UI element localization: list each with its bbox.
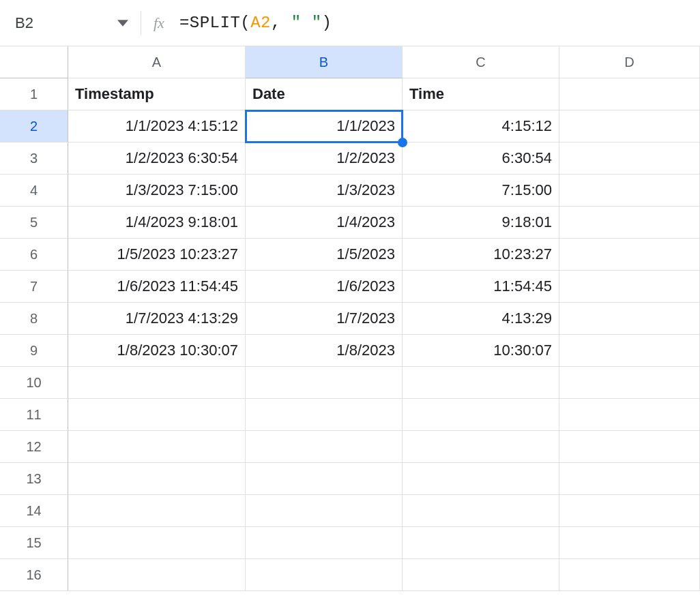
cell-B1[interactable]: Date — [246, 78, 403, 110]
cell-C11[interactable] — [403, 399, 559, 431]
cell-A11[interactable] — [68, 399, 246, 431]
cell-C8[interactable]: 4:13:29 — [403, 303, 559, 335]
cell-C6[interactable]: 10:23:27 — [403, 239, 559, 271]
column-header-D[interactable]: D — [559, 46, 700, 78]
cell-D7[interactable] — [559, 271, 700, 303]
cell-B6[interactable]: 1/5/2023 — [246, 239, 403, 271]
cell-D6[interactable] — [559, 239, 700, 271]
cell-A8[interactable]: 1/7/2023 4:13:29 — [68, 303, 246, 335]
cell-B10[interactable] — [246, 367, 403, 399]
formula-input[interactable]: =SPLIT(A2, " ") — [179, 14, 332, 32]
cell-B15[interactable] — [246, 527, 403, 559]
cell-B2[interactable]: 1/1/2023 — [246, 110, 403, 142]
row-header-13[interactable]: 13 — [0, 463, 68, 495]
spreadsheet-grid[interactable]: ABCD1TimestampDateTime21/1/2023 4:15:121… — [0, 46, 700, 591]
cell-C10[interactable] — [403, 367, 559, 399]
cell-C16[interactable] — [403, 559, 559, 591]
row-header-14[interactable]: 14 — [0, 495, 68, 527]
cell-B13[interactable] — [246, 463, 403, 495]
cell-C5[interactable]: 9:18:01 — [403, 207, 559, 239]
row-header-8[interactable]: 8 — [0, 303, 68, 335]
row-header-12[interactable]: 12 — [0, 431, 68, 463]
cell-A14[interactable] — [68, 495, 246, 527]
cell-C3[interactable]: 6:30:54 — [403, 142, 559, 175]
row-header-1[interactable]: 1 — [0, 78, 68, 110]
row-header-3[interactable]: 3 — [0, 142, 68, 175]
cell-D14[interactable] — [559, 495, 700, 527]
cell-B3[interactable]: 1/2/2023 — [246, 142, 403, 175]
formula-token-space — [281, 14, 291, 32]
cell-B12[interactable] — [246, 431, 403, 463]
cell-D12[interactable] — [559, 431, 700, 463]
row-header-7[interactable]: 7 — [0, 271, 68, 303]
cell-D8[interactable] — [559, 303, 700, 335]
cell-A13[interactable] — [68, 463, 246, 495]
fx-icon: fx — [154, 14, 164, 32]
formula-token-fn: SPLIT — [190, 14, 241, 32]
cell-C4[interactable]: 7:15:00 — [403, 175, 559, 207]
column-header-B[interactable]: B — [246, 46, 403, 78]
cell-A9[interactable]: 1/8/2023 10:30:07 — [68, 335, 246, 367]
row-header-2[interactable]: 2 — [0, 110, 68, 142]
formula-token-ref: A2 — [250, 14, 271, 32]
cell-D9[interactable] — [559, 335, 700, 367]
cell-C13[interactable] — [403, 463, 559, 495]
column-header-A[interactable]: A — [68, 46, 246, 78]
select-all-corner[interactable] — [0, 46, 68, 78]
cell-D3[interactable] — [559, 142, 700, 175]
cell-A15[interactable] — [68, 527, 246, 559]
cell-D10[interactable] — [559, 367, 700, 399]
formula-bar: B2 fx =SPLIT(A2, " ") — [0, 0, 700, 46]
cell-B8[interactable]: 1/7/2023 — [246, 303, 403, 335]
formula-token-open: ( — [240, 14, 250, 32]
column-header-C[interactable]: C — [403, 46, 559, 78]
row-header-6[interactable]: 6 — [0, 239, 68, 271]
cell-B4[interactable]: 1/3/2023 — [246, 175, 403, 207]
row-header-11[interactable]: 11 — [0, 399, 68, 431]
cell-A16[interactable] — [68, 559, 246, 591]
cell-C7[interactable]: 11:54:45 — [403, 271, 559, 303]
cell-B9[interactable]: 1/8/2023 — [246, 335, 403, 367]
cell-C12[interactable] — [403, 431, 559, 463]
cell-D15[interactable] — [559, 527, 700, 559]
name-box-value: B2 — [15, 14, 109, 32]
name-box[interactable]: B2 — [7, 0, 136, 46]
cell-A12[interactable] — [68, 431, 246, 463]
cell-C14[interactable] — [403, 495, 559, 527]
cell-B14[interactable] — [246, 495, 403, 527]
cell-B11[interactable] — [246, 399, 403, 431]
cell-A1[interactable]: Timestamp — [68, 78, 246, 110]
row-header-4[interactable]: 4 — [0, 175, 68, 207]
cell-A4[interactable]: 1/3/2023 7:15:00 — [68, 175, 246, 207]
formula-token-close: ) — [322, 14, 332, 32]
cell-D1[interactable] — [559, 78, 700, 110]
cell-C2[interactable]: 4:15:12 — [403, 110, 559, 142]
formula-token-comma: , — [271, 14, 281, 32]
cell-A2[interactable]: 1/1/2023 4:15:12 — [68, 110, 246, 142]
row-header-5[interactable]: 5 — [0, 207, 68, 239]
row-header-15[interactable]: 15 — [0, 527, 68, 559]
selection-fill-handle[interactable] — [398, 138, 407, 147]
cell-B7[interactable]: 1/6/2023 — [246, 271, 403, 303]
cell-B5[interactable]: 1/4/2023 — [246, 207, 403, 239]
cell-D4[interactable] — [559, 175, 700, 207]
cell-C15[interactable] — [403, 527, 559, 559]
cell-D13[interactable] — [559, 463, 700, 495]
cell-A7[interactable]: 1/6/2023 11:54:45 — [68, 271, 246, 303]
cell-D16[interactable] — [559, 559, 700, 591]
cell-D2[interactable] — [559, 110, 700, 142]
cell-D11[interactable] — [559, 399, 700, 431]
cell-D5[interactable] — [559, 207, 700, 239]
cell-A10[interactable] — [68, 367, 246, 399]
row-header-10[interactable]: 10 — [0, 367, 68, 399]
formula-token-str: " " — [291, 14, 322, 32]
cell-C9[interactable]: 10:30:07 — [403, 335, 559, 367]
cell-A3[interactable]: 1/2/2023 6:30:54 — [68, 142, 246, 175]
cell-C1[interactable]: Time — [403, 78, 559, 110]
row-header-9[interactable]: 9 — [0, 335, 68, 367]
cell-A5[interactable]: 1/4/2023 9:18:01 — [68, 207, 246, 239]
cell-B16[interactable] — [246, 559, 403, 591]
name-box-dropdown-icon[interactable] — [109, 18, 136, 29]
cell-A6[interactable]: 1/5/2023 10:23:27 — [68, 239, 246, 271]
row-header-16[interactable]: 16 — [0, 559, 68, 591]
